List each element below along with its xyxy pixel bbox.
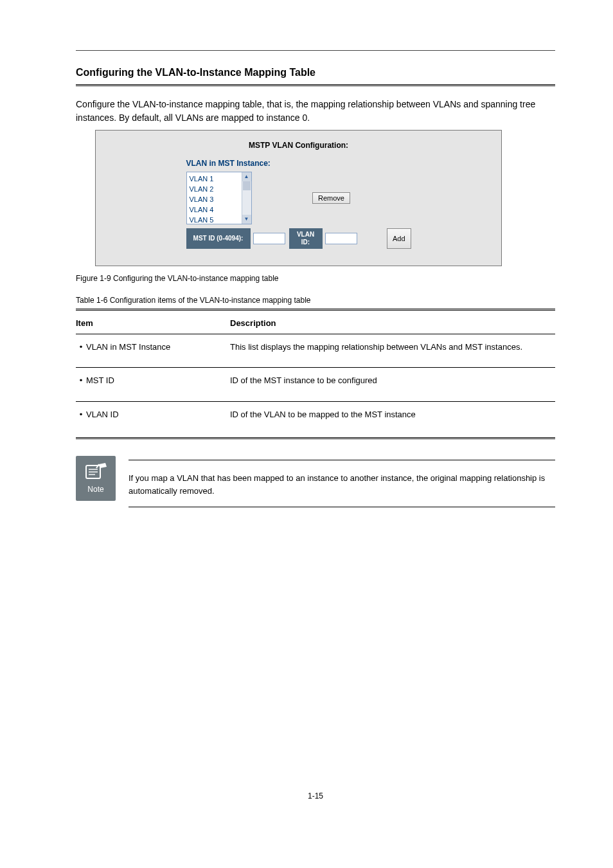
table-header-item: Item (76, 317, 230, 330)
note-text: If you map a VLAN that has been mapped t… (129, 472, 555, 498)
page-number: 1-15 (76, 790, 555, 802)
scrollbar[interactable]: ▲ ▼ (242, 172, 251, 224)
table-row-item: •VLAN in MST Instance (76, 341, 230, 354)
figure-caption: Figure 1-9 Configuring the VLAN-to-insta… (76, 273, 555, 284)
table-row-item: •MST ID (76, 374, 230, 387)
mst-id-label: MST ID (0-4094): (186, 228, 251, 249)
table-header-desc: Description (230, 317, 555, 330)
table-row-item: •VLAN ID (76, 408, 230, 421)
table-bottom-rule (76, 437, 555, 439)
vlan-list-label: VLAN in MST Instance: (186, 158, 411, 169)
list-item[interactable]: VLAN 3 (190, 194, 239, 204)
divider (76, 84, 555, 86)
scroll-thumb[interactable] (243, 181, 251, 190)
note-icon: Note (76, 456, 116, 501)
add-button[interactable]: Add (387, 228, 411, 249)
vlan-id-input[interactable] (325, 233, 357, 244)
table-top-rule (76, 309, 555, 311)
list-item[interactable]: VLAN 1 (190, 174, 239, 184)
vlan-id-label: VLAN ID: (289, 228, 323, 249)
mstp-vlan-config-panel: MSTP VLAN Configuration: VLAN in MST Ins… (95, 130, 502, 266)
section-heading: Configuring the VLAN-to-Instance Mapping… (76, 65, 555, 80)
panel-title: MSTP VLAN Configuration: (109, 140, 488, 151)
list-item[interactable]: VLAN 5 (190, 215, 239, 224)
table-row-desc: This list displays the mapping relations… (230, 341, 555, 354)
vlan-listbox[interactable]: VLAN 1 VLAN 2 VLAN 3 VLAN 4 VLAN 5 ▲ ▼ (186, 172, 252, 224)
table-row-desc: ID of the MST instance to be configured (230, 374, 555, 387)
list-item[interactable]: VLAN 4 (190, 204, 239, 215)
section-intro: Configure the VLAN-to-instance mapping t… (76, 98, 555, 125)
mst-id-input[interactable] (253, 233, 285, 244)
scroll-up-icon[interactable]: ▲ (242, 172, 251, 181)
list-item[interactable]: VLAN 2 (190, 184, 239, 194)
scroll-down-icon[interactable]: ▼ (242, 215, 251, 224)
table-caption: Table 1-6 Configuration items of the VLA… (76, 294, 555, 306)
table-row-desc: ID of the VLAN to be mapped to the MST i… (230, 408, 555, 421)
remove-button[interactable]: Remove (312, 192, 350, 204)
